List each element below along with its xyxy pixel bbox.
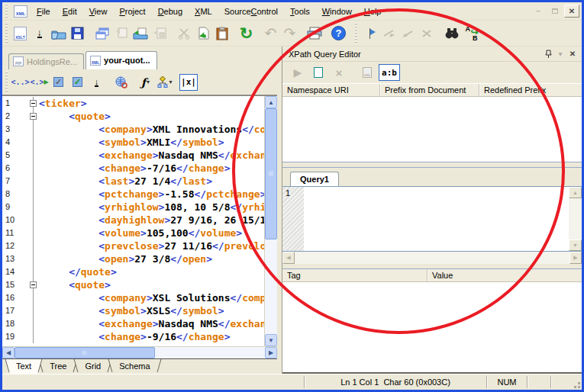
scroll-up-button[interactable]: ▲ bbox=[265, 96, 277, 108]
copy-button[interactable] bbox=[193, 24, 212, 43]
menu-item-debug[interactable]: Debug bbox=[152, 5, 189, 18]
bookmark-button[interactable] bbox=[360, 24, 379, 43]
query-tab-1[interactable]: Query1 bbox=[290, 172, 339, 186]
menu-item-project[interactable]: Project bbox=[113, 5, 151, 18]
code-text[interactable]: <ticker> bbox=[39, 97, 264, 110]
copy-window-button-disabled[interactable] bbox=[111, 24, 131, 43]
fold-toggle[interactable] bbox=[30, 281, 37, 288]
checkin-button-disabled[interactable] bbox=[150, 24, 169, 43]
view-tab-schema[interactable]: Schema bbox=[113, 359, 156, 374]
minimize-button[interactable]: – bbox=[531, 5, 546, 18]
column-prefix-from-document[interactable]: Prefix from Document bbox=[380, 84, 479, 96]
paste-button[interactable] bbox=[212, 24, 231, 43]
validate-button[interactable]: <.>▶ bbox=[30, 72, 49, 92]
column-namespace-uri[interactable]: Namespace URI bbox=[282, 84, 380, 96]
undo-button-disabled[interactable]: ↶ bbox=[261, 24, 280, 43]
fold-toggle[interactable] bbox=[30, 100, 37, 107]
code-text[interactable]: <change>-7/16</change> bbox=[39, 162, 264, 175]
tree-view-button[interactable]: ▾ bbox=[155, 72, 174, 92]
restore-button[interactable] bbox=[547, 5, 563, 18]
validate-dtd-button[interactable]: ✓ bbox=[49, 72, 68, 92]
menu-item-sourcecontrol[interactable]: SourceControl bbox=[218, 5, 284, 18]
new-xslt-button[interactable]: XSLT bbox=[11, 24, 30, 43]
redo-button-disabled[interactable]: ↷ bbox=[280, 24, 299, 43]
compare-button[interactable]: A ↪ B bbox=[461, 24, 480, 43]
code-vertical-scrollbar[interactable]: ▲ ▼ bbox=[264, 96, 277, 346]
menu-item-help[interactable]: Help bbox=[358, 5, 388, 18]
namespace-toggle-button[interactable]: a:b bbox=[379, 64, 400, 81]
cut-button-disabled[interactable] bbox=[174, 24, 193, 43]
code-text[interactable]: <symbol>XMLI</symbol> bbox=[39, 136, 264, 149]
column-value[interactable]: Value bbox=[428, 269, 582, 281]
toolbar-grip2[interactable] bbox=[355, 23, 357, 43]
resize-grip[interactable] bbox=[571, 374, 582, 390]
close-button[interactable]: ✕ bbox=[564, 5, 579, 18]
doc-tab-your-quot[interactable]: XML your-quot... bbox=[86, 51, 157, 69]
code-text[interactable]: <dayhighlow>27 9/16, 26 15/16</dayhighlo… bbox=[39, 214, 264, 227]
open-button[interactable] bbox=[49, 24, 68, 43]
hscroll-track[interactable] bbox=[15, 347, 265, 358]
menu-item-window[interactable]: Window bbox=[316, 5, 358, 18]
code-lines[interactable]: 1<ticker>2 <quote>3 <company>XML Innovat… bbox=[2, 96, 264, 346]
panel-close-button[interactable]: ✕ bbox=[566, 49, 579, 59]
query-scroll-right[interactable]: ▶ bbox=[569, 252, 582, 264]
code-text[interactable]: <open>27 3/8</open> bbox=[39, 252, 264, 265]
query-scroll-down[interactable]: ▼ bbox=[569, 239, 582, 251]
scroll-thumb[interactable] bbox=[265, 108, 277, 239]
find-button[interactable] bbox=[442, 24, 461, 43]
code-text[interactable]: <last>27 1/4</last> bbox=[39, 175, 264, 188]
query-input[interactable] bbox=[304, 187, 569, 251]
fold-toggle[interactable] bbox=[30, 113, 37, 120]
code-text[interactable]: <change>-9/16</change> bbox=[39, 330, 264, 343]
import-data-button[interactable]: ↓ bbox=[87, 72, 106, 92]
clear-bookmarks-button-disabled[interactable] bbox=[418, 24, 437, 43]
menu-item-file[interactable]: File bbox=[31, 5, 56, 18]
menu-item-tools[interactable]: Tools bbox=[284, 5, 316, 18]
editor-toolbar-grip[interactable] bbox=[5, 72, 8, 92]
delete-query-button-disabled[interactable]: × bbox=[330, 64, 348, 81]
namespace-list[interactable] bbox=[282, 97, 582, 162]
query-scroll-left[interactable]: ◀ bbox=[282, 252, 295, 264]
column-tag[interactable]: Tag bbox=[282, 269, 428, 281]
next-bookmark-button-disabled[interactable] bbox=[379, 24, 398, 43]
code-text[interactable]: <pctchange>-1.58</pctchange> bbox=[39, 188, 264, 201]
menubar-grip[interactable] bbox=[5, 4, 8, 18]
code-text[interactable]: </quote> bbox=[39, 265, 264, 278]
code-text[interactable]: <company>XML Innovations</company> bbox=[39, 123, 264, 136]
view-tab-tree[interactable]: Tree bbox=[44, 359, 73, 374]
code-text[interactable]: <quote> bbox=[39, 110, 264, 123]
code-text[interactable]: <volume>105,100</volume> bbox=[39, 227, 264, 239]
validate-schema-button[interactable]: ✓ bbox=[68, 72, 87, 92]
query-horizontal-scrollbar[interactable]: ◀ ▶ bbox=[282, 252, 582, 264]
pin-button[interactable] bbox=[542, 49, 554, 59]
xpath-toggle-button[interactable]: |x| bbox=[179, 74, 198, 91]
query-scroll-up[interactable]: ▲ bbox=[569, 187, 582, 198]
browser-preview-button[interactable] bbox=[111, 72, 131, 92]
prev-bookmark-button-disabled[interactable] bbox=[398, 24, 418, 43]
code-text[interactable]: <exchange>Nasdaq NMS</exchange> bbox=[39, 317, 264, 330]
code-text[interactable]: <symbol>XSLS</symbol> bbox=[39, 304, 264, 317]
print-button[interactable] bbox=[305, 24, 324, 43]
code-horizontal-scrollbar[interactable]: ◀ ▶ bbox=[2, 346, 277, 358]
code-text[interactable]: <yrhighlow>108, 10 5/8</yrhighlow> bbox=[39, 201, 264, 214]
scroll-right-button[interactable]: ▶ bbox=[265, 347, 277, 358]
check-wellformed-button[interactable]: <..> bbox=[11, 72, 30, 92]
import-button[interactable]: ↓ bbox=[30, 24, 49, 43]
functions-button[interactable]: ƒ▾ bbox=[136, 72, 155, 92]
column-redefined-prefix[interactable]: Redefined Prefix bbox=[479, 84, 582, 96]
code-text[interactable]: <prevclose>27 11/16</prevclose> bbox=[39, 239, 264, 252]
view-tab-text[interactable]: Text bbox=[10, 359, 37, 374]
menu-item-xml[interactable]: XML bbox=[189, 5, 218, 18]
scroll-track[interactable] bbox=[265, 108, 277, 334]
panel-menu-button[interactable]: ▾ bbox=[554, 49, 566, 59]
toolbar-grip[interactable] bbox=[5, 23, 8, 43]
xml-output-button-disabled[interactable]: XML bbox=[358, 64, 376, 81]
code-text[interactable]: <exchange>Nasdaq NMS</exchange> bbox=[39, 149, 264, 162]
hscroll-thumb[interactable] bbox=[15, 347, 155, 358]
new-query-button[interactable] bbox=[309, 64, 327, 81]
menu-item-view[interactable]: View bbox=[83, 5, 114, 18]
run-query-button-disabled[interactable]: ▶ bbox=[289, 64, 307, 81]
scroll-left-button[interactable]: ◀ bbox=[2, 347, 15, 358]
checkout-button[interactable] bbox=[131, 24, 150, 43]
doc-tab-holdingsre[interactable]: PIP HoldingsRe... bbox=[8, 53, 84, 69]
